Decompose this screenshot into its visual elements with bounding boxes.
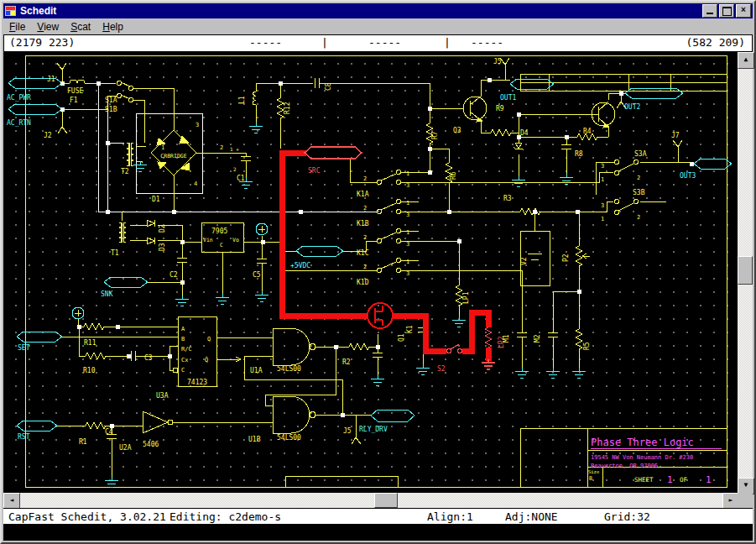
schematic-label: R6	[450, 171, 457, 180]
schematic-label: R5	[583, 342, 591, 350]
menu-item-file[interactable]: File	[3, 20, 31, 34]
schematic-label: K1C	[357, 249, 369, 257]
schematic-label: S3B	[633, 189, 645, 196]
schematic-label: 3	[406, 270, 409, 277]
schematic-label: 2	[233, 166, 237, 172]
schematic-label: R3	[503, 195, 512, 202]
schematic-label: C2	[169, 271, 178, 279]
close-button[interactable]: ×	[736, 4, 751, 18]
title-bar[interactable]: Schedit ×	[3, 3, 753, 18]
schematic-label: S2	[437, 365, 446, 373]
schematic-label: 1 +	[230, 146, 239, 152]
schematic-label: D2	[159, 224, 166, 233]
schematic-label: RST	[18, 433, 30, 441]
highlighted-net[interactable]	[282, 147, 495, 369]
schematic-label: K1A	[357, 191, 369, 198]
scroll-right-arrow[interactable]: ►	[722, 493, 739, 510]
minimize-button[interactable]	[702, 4, 717, 18]
schematic-label: 3	[406, 241, 409, 248]
schematic-label: U1A	[250, 367, 263, 374]
schematic-label: AC_PWR	[7, 94, 31, 102]
schematic-label: C	[181, 367, 185, 374]
schematic-label: T1	[111, 249, 119, 257]
schematic-label: B	[589, 475, 592, 482]
schematic-label: C4	[105, 428, 113, 436]
schematic-label: Vo	[232, 237, 239, 243]
schematic-label: C1	[237, 175, 245, 182]
schematic-label: U2A	[119, 444, 132, 452]
schematic-label: U3A	[156, 392, 169, 400]
horizontal-scrollbar[interactable]: ◄ ►	[3, 493, 738, 508]
schematic-label: 5406	[143, 441, 159, 448]
schematic-label: Vin	[203, 237, 213, 243]
schematic-drawing[interactable]: AC_PWRAC_RTNSNKSETRST+5VDCRLY_DRVOUT1OUT…	[3, 52, 738, 493]
schematic-label: J5	[493, 58, 502, 65]
scroll-up-arrow[interactable]: ▲	[738, 52, 754, 69]
schematic-label: 2	[220, 144, 223, 151]
schematic-label: 1	[406, 200, 409, 207]
menu-item-view[interactable]: View	[31, 20, 65, 34]
schematic-label: SHEET	[634, 476, 654, 484]
schematic-label: K1D	[357, 279, 369, 286]
horizontal-scroll-thumb[interactable]	[374, 493, 398, 508]
schematic-label: C3	[144, 354, 153, 362]
schematic-label: OUT1	[500, 94, 516, 102]
schematic-label: 1	[667, 474, 673, 485]
schematic-label: 1	[161, 144, 164, 151]
schematic-label: OUT3	[680, 172, 696, 180]
schematic-label: SNK	[101, 290, 113, 298]
schematic-label: 54LS00	[277, 365, 301, 373]
schematic-label: L1	[238, 96, 246, 104]
status-version: CapFast Schedit, 3.02.21	[8, 510, 166, 523]
schematic-label: C8	[325, 82, 332, 91]
menu-item-help[interactable]: Help	[96, 20, 129, 34]
schematic-label: F1	[70, 97, 78, 104]
schematic-label: R1	[79, 438, 87, 446]
schematic-label: Q1	[398, 333, 405, 342]
schematic-label: A	[181, 326, 185, 332]
menu-bar: FileViewScatHelp	[3, 19, 753, 34]
schematic-label: R/C	[181, 346, 192, 353]
sheet-border	[25, 55, 727, 487]
schematic-label: R11	[84, 339, 96, 347]
schematic-label: Q	[207, 336, 211, 343]
vertical-scrollbar[interactable]: ▲ ▼	[738, 52, 753, 493]
schematic-label: V2	[520, 257, 528, 265]
scroll-down-arrow[interactable]: ▼	[738, 478, 754, 494]
vertical-scroll-thumb[interactable]	[738, 256, 753, 285]
schematic-label: R7	[431, 131, 439, 139]
schematic-canvas[interactable]: AC_PWRAC_RTNSNKSETRST+5VDCRLY_DRVOUT1OUT…	[3, 52, 738, 493]
schematic-label: 3	[406, 182, 409, 189]
schematic-label: B	[181, 336, 185, 343]
schematic-label: K1	[406, 325, 414, 333]
scroll-left-arrow[interactable]: ◄	[3, 493, 20, 510]
schematic-label: OF	[680, 476, 688, 484]
schematic-label: AC_RTN	[7, 119, 31, 127]
schematic-label: 2	[363, 264, 367, 270]
window-title: Schedit	[20, 5, 702, 17]
cursor-coords: (2179 223)	[9, 36, 75, 49]
app-window: Schedit × FileViewScatHelp (2179 223) --…	[0, 0, 756, 544]
status-adj: Adj:NONE	[505, 510, 558, 523]
schematic-label: 1	[406, 170, 409, 177]
schematic-label: R2	[342, 358, 351, 366]
schematic-label: +5VDC	[290, 262, 310, 269]
schematic-label: J7	[671, 132, 680, 139]
coord-dashes-2: -----	[368, 36, 401, 49]
schematic-label: Phase Three Logic	[591, 437, 694, 448]
schematic-label: 1	[406, 259, 409, 265]
coord-dashes-1: -----	[249, 36, 282, 49]
coord-sep-2: |	[444, 36, 451, 49]
schematic-label: FUSE	[67, 87, 83, 95]
schematic-label: R4	[583, 128, 592, 135]
schematic-label: Q3	[453, 127, 461, 134]
maximize-button[interactable]	[719, 4, 734, 18]
schematic-label: M2	[534, 334, 541, 343]
schematic-label: M1	[503, 334, 510, 343]
schematic-label: SET	[18, 344, 30, 352]
schematic-label: RLY_DRV	[359, 426, 388, 433]
coordinate-bar: (2179 223) ----- | ----- | ----- (582 20…	[3, 34, 753, 52]
schematic-label: 1	[601, 176, 604, 183]
coord-dashes-3: -----	[471, 36, 503, 49]
menu-item-scat[interactable]: Scat	[65, 20, 96, 34]
